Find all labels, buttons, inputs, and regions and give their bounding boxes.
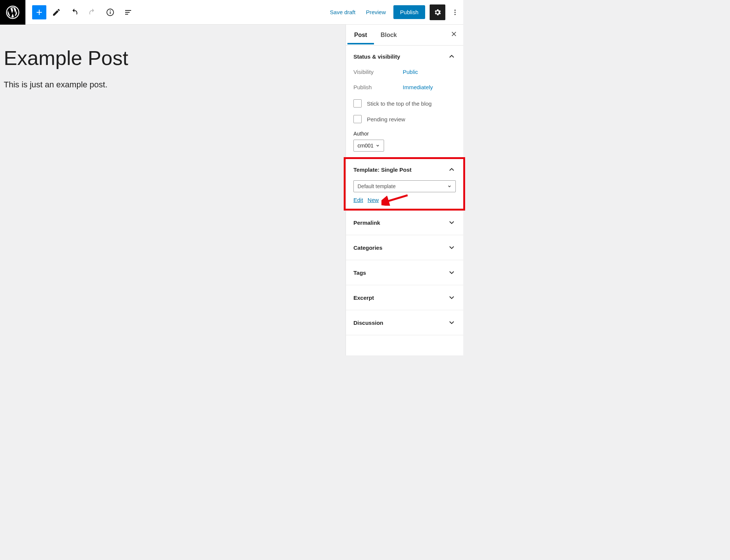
tab-post[interactable]: Post (347, 26, 374, 44)
info-icon[interactable] (102, 4, 118, 20)
panel-title: Categories (353, 245, 383, 251)
visibility-value[interactable]: Public (403, 69, 418, 75)
panel-tags: Tags (346, 260, 463, 285)
settings-sidebar: Post Block Status & visibility Visibilit… (346, 25, 463, 355)
panel-status-visibility: Status & visibility Visibility Public Pu… (346, 46, 463, 159)
visibility-label: Visibility (353, 69, 403, 75)
svg-point-4 (455, 9, 456, 10)
svg-point-2 (110, 10, 111, 11)
publish-label: Publish (353, 84, 403, 90)
panel-header-excerpt[interactable]: Excerpt (353, 292, 456, 303)
svg-point-6 (455, 14, 456, 15)
template-select[interactable]: Default template (353, 180, 456, 192)
pending-review-label: Pending review (367, 116, 405, 122)
template-selected: Default template (358, 183, 396, 189)
panel-header-permalink[interactable]: Permalink (353, 217, 456, 228)
publish-button[interactable]: Publish (393, 5, 425, 19)
panel-title: Discussion (353, 320, 383, 326)
editor-canvas[interactable]: Example Post This is just an example pos… (0, 25, 346, 355)
template-edit-link[interactable]: Edit (353, 197, 363, 203)
pending-review-checkbox[interactable] (353, 115, 362, 123)
tab-block[interactable]: Block (374, 26, 404, 44)
panel-header-discussion[interactable]: Discussion (353, 317, 456, 328)
chevron-down-icon (448, 318, 456, 327)
list-view-icon[interactable] (120, 4, 136, 20)
author-label: Author (353, 131, 456, 137)
panel-header-tags[interactable]: Tags (353, 267, 456, 278)
close-sidebar-button[interactable] (446, 28, 462, 42)
chevron-down-icon (448, 268, 456, 277)
top-toolbar: Save draft Preview Publish (0, 0, 463, 25)
chevron-down-icon (448, 293, 456, 302)
chevron-down-icon (448, 218, 456, 227)
publish-value[interactable]: Immediately (403, 84, 433, 90)
chevron-down-icon (448, 243, 456, 252)
wordpress-logo[interactable] (0, 0, 25, 25)
template-new-link[interactable]: New (368, 197, 379, 203)
post-title[interactable]: Example Post (4, 46, 342, 69)
panel-template: Template: Single Post Default template E… (346, 159, 463, 210)
panel-discussion: Discussion (346, 310, 463, 335)
preview-button[interactable]: Preview (363, 6, 389, 18)
svg-point-5 (455, 12, 456, 13)
redo-button[interactable] (84, 4, 100, 20)
panel-excerpt: Excerpt (346, 285, 463, 310)
panel-header-status[interactable]: Status & visibility (353, 51, 456, 62)
panel-categories: Categories (346, 235, 463, 260)
save-draft-button[interactable]: Save draft (327, 6, 358, 18)
edit-icon[interactable] (49, 4, 64, 20)
svg-rect-3 (110, 12, 111, 14)
panel-title: Tags (353, 270, 366, 276)
sidebar-tabs: Post Block (346, 25, 463, 46)
sticky-checkbox[interactable] (353, 99, 362, 108)
post-body[interactable]: This is just an example post. (4, 80, 342, 90)
panel-permalink: Permalink (346, 210, 463, 235)
panel-title: Template: Single Post (353, 167, 412, 173)
chevron-down-icon (447, 184, 452, 189)
more-options-button[interactable] (450, 4, 460, 20)
chevron-down-icon (375, 143, 380, 148)
undo-button[interactable] (66, 4, 82, 20)
panel-title: Excerpt (353, 295, 374, 301)
author-value: crn001 (358, 143, 374, 149)
panel-header-template[interactable]: Template: Single Post (353, 164, 456, 175)
settings-button[interactable] (430, 4, 445, 20)
author-select[interactable]: crn001 (353, 140, 384, 152)
panel-title: Permalink (353, 220, 380, 226)
panel-header-categories[interactable]: Categories (353, 242, 456, 253)
panel-title: Status & visibility (353, 53, 400, 60)
chevron-up-icon (448, 165, 456, 174)
add-block-button[interactable] (32, 5, 46, 19)
chevron-up-icon (448, 52, 456, 60)
sticky-label: Stick to the top of the blog (367, 100, 431, 107)
